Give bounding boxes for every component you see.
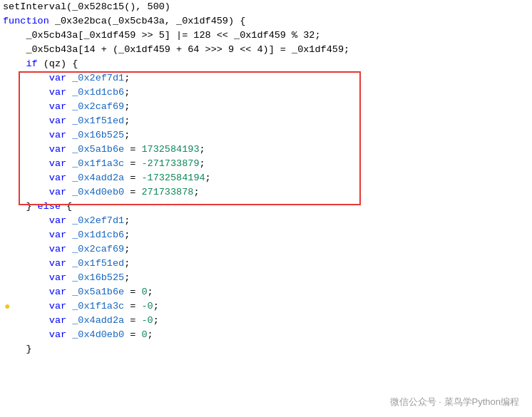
code-token bbox=[3, 287, 49, 297]
code-token: var bbox=[49, 73, 66, 83]
line-content: _0x5cb43a[_0x1df459 >> 5] |= 128 << _0x1… bbox=[0, 29, 532, 43]
code-token bbox=[3, 315, 49, 326]
code-line: _0x5cb43a[14 + (_0x1df459 + 64 >>> 9 << … bbox=[0, 43, 532, 57]
code-line: var _0x4add2a = -0; bbox=[0, 314, 532, 328]
code-line: var _0x1d1cb6; bbox=[0, 86, 532, 100]
code-token bbox=[3, 87, 49, 98]
code-lines: setInterval(_0x528c15(), 500)function _0… bbox=[0, 0, 532, 356]
line-content: } else { bbox=[0, 200, 532, 214]
code-token: = bbox=[124, 173, 141, 183]
code-token: ; bbox=[199, 158, 205, 169]
code-token: ; bbox=[124, 101, 130, 112]
code-line: setInterval(_0x528c15(), 500) bbox=[0, 0, 532, 14]
line-content: var _0x16b525; bbox=[0, 271, 532, 285]
code-token: _0x3e2bca(_0x5cb43a, _0x1df459) { bbox=[49, 16, 245, 26]
code-token: ; bbox=[124, 73, 130, 83]
code-token bbox=[3, 272, 49, 283]
code-token: = bbox=[124, 329, 141, 340]
code-token: _0x5cb43a[14 + (_0x1df459 + 64 >>> 9 << … bbox=[3, 44, 349, 55]
code-token: ; bbox=[153, 315, 159, 326]
code-line: var _0x4d0eb0 = 0; bbox=[0, 328, 532, 342]
line-content: var _0x2caf69; bbox=[0, 100, 532, 114]
code-token: = bbox=[124, 315, 141, 326]
code-token: 1732584193 bbox=[141, 144, 199, 155]
line-content: setInterval(_0x528c15(), 500) bbox=[0, 0, 532, 14]
code-token: _0x16b525 bbox=[72, 272, 124, 283]
code-line: var _0x2ef7d1; bbox=[0, 214, 532, 228]
code-token: ; bbox=[124, 272, 130, 283]
line-marker: ● bbox=[4, 299, 10, 314]
code-token: var bbox=[49, 158, 66, 169]
code-line: ● var _0x1f1a3c = -0; bbox=[0, 299, 532, 314]
line-content: var _0x2caf69; bbox=[0, 242, 532, 257]
code-line: var _0x2caf69; bbox=[0, 242, 532, 257]
code-token: var bbox=[49, 101, 66, 112]
code-line: var _0x4add2a = -1732584194; bbox=[0, 171, 532, 185]
code-token: setInterval(_0x528c15(), 500) bbox=[3, 1, 170, 12]
code-token bbox=[3, 187, 49, 197]
code-token: = bbox=[124, 158, 141, 169]
line-content: _0x5cb43a[14 + (_0x1df459 + 64 >>> 9 << … bbox=[0, 43, 532, 57]
code-token: else bbox=[38, 201, 61, 212]
line-content: var _0x16b525; bbox=[0, 128, 532, 143]
code-token: var bbox=[49, 215, 66, 226]
code-token bbox=[3, 158, 49, 169]
code-token: _0x1f51ed bbox=[72, 258, 124, 269]
code-line: } else { bbox=[0, 200, 532, 214]
code-token: 0 bbox=[141, 287, 147, 297]
watermark: 微信公众号 · 菜鸟学Python编程 bbox=[390, 396, 519, 408]
code-token bbox=[3, 329, 49, 340]
code-token: _0x4d0eb0 bbox=[72, 329, 124, 340]
code-token: ; bbox=[124, 115, 130, 126]
code-token bbox=[3, 73, 49, 83]
code-token: _0x2ef7d1 bbox=[72, 215, 124, 226]
code-line: } bbox=[0, 342, 532, 356]
code-line: var _0x4d0eb0 = 271733878; bbox=[0, 185, 532, 200]
code-token: var bbox=[49, 287, 66, 297]
code-token: var bbox=[49, 329, 66, 340]
code-token: if bbox=[26, 58, 37, 69]
code-token: ; bbox=[205, 173, 211, 183]
code-token: -0 bbox=[141, 315, 153, 326]
line-content: if (qz) { bbox=[0, 57, 532, 71]
code-token: var bbox=[49, 272, 66, 283]
line-content: var _0x1f51ed; bbox=[0, 257, 532, 271]
line-content: var _0x1f1a3c = -271733879; bbox=[0, 157, 532, 171]
code-line: var _0x5a1b6e = 0; bbox=[0, 285, 532, 299]
line-content: var _0x1d1cb6; bbox=[0, 228, 532, 242]
line-content: var _0x4add2a = -1732584194; bbox=[0, 171, 532, 185]
line-content: } bbox=[0, 342, 532, 356]
line-content: var _0x1f1a3c = -0; bbox=[0, 299, 532, 314]
code-token bbox=[3, 130, 49, 140]
code-line: var _0x16b525; bbox=[0, 128, 532, 143]
code-token: _0x16b525 bbox=[72, 130, 124, 140]
code-token: var bbox=[49, 315, 66, 326]
code-token: _0x4d0eb0 bbox=[72, 187, 124, 197]
code-token: var bbox=[49, 244, 66, 254]
code-token: ; bbox=[148, 329, 153, 340]
code-token: = bbox=[124, 144, 141, 155]
code-token bbox=[3, 58, 26, 69]
code-token: var bbox=[49, 144, 66, 155]
code-token: _0x1f1a3c bbox=[72, 158, 124, 169]
code-token: _0x1d1cb6 bbox=[72, 87, 124, 98]
code-token: _0x5a1b6e bbox=[72, 287, 124, 297]
code-token: ; bbox=[153, 301, 159, 312]
code-token bbox=[3, 144, 49, 155]
code-token: var bbox=[49, 130, 66, 140]
code-line: function _0x3e2bca(_0x5cb43a, _0x1df459)… bbox=[0, 14, 532, 29]
line-content: var _0x4add2a = -0; bbox=[0, 314, 532, 328]
code-token bbox=[3, 101, 49, 112]
code-token: } bbox=[3, 201, 38, 212]
line-content: var _0x2ef7d1; bbox=[0, 214, 532, 228]
code-token: = bbox=[124, 287, 141, 297]
code-token bbox=[3, 244, 49, 254]
code-token bbox=[3, 173, 49, 183]
code-line: var _0x1f51ed; bbox=[0, 257, 532, 271]
code-line: var _0x5a1b6e = 1732584193; bbox=[0, 143, 532, 157]
code-token: var bbox=[49, 301, 66, 312]
code-line: var _0x2ef7d1; bbox=[0, 71, 532, 86]
code-token: ; bbox=[193, 187, 199, 197]
code-token: } bbox=[3, 344, 32, 354]
line-content: var _0x4d0eb0 = 271733878; bbox=[0, 185, 532, 200]
